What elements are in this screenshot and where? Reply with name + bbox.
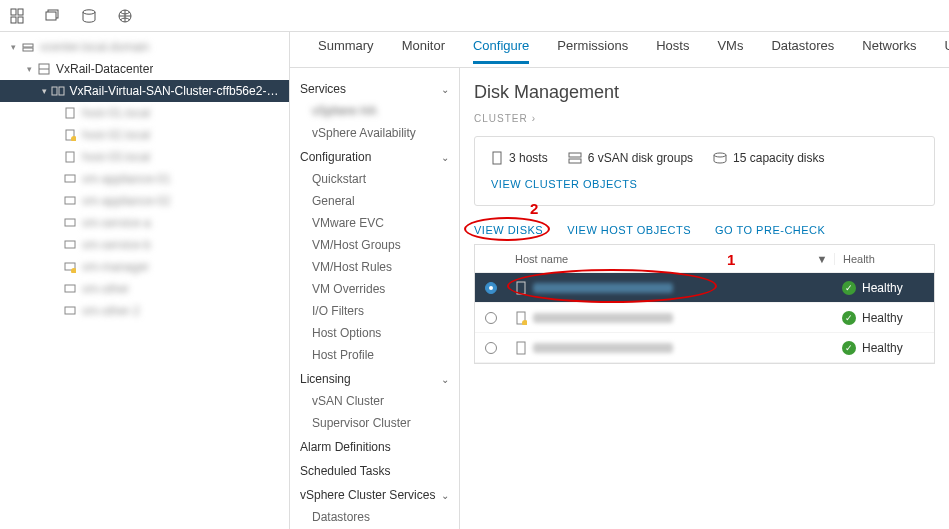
tab-permissions[interactable]: Permissions xyxy=(557,38,628,61)
tab-hosts[interactable]: Hosts xyxy=(656,38,689,61)
tree-vm[interactable]: vm-service-b xyxy=(0,234,289,256)
cluster-icon xyxy=(51,83,66,99)
cfg-item-supervisor-cluster[interactable]: Supervisor Cluster xyxy=(290,412,459,434)
breadcrumb[interactable]: CLUSTER› xyxy=(474,113,935,124)
vm-icon xyxy=(62,193,78,209)
health-ok-icon: ✓ xyxy=(842,281,856,295)
cfg-item-vmware-evc[interactable]: VMware EVC xyxy=(290,212,459,234)
svg-point-32 xyxy=(522,320,527,325)
vms-templates-icon[interactable] xyxy=(44,7,62,25)
networking-icon[interactable] xyxy=(116,7,134,25)
tab-datastores[interactable]: Datastores xyxy=(771,38,834,61)
tab-vms[interactable]: VMs xyxy=(717,38,743,61)
tree-vm[interactable]: vm-manager xyxy=(0,256,289,278)
tree-host[interactable]: host-03.local xyxy=(0,146,289,168)
tab-networks[interactable]: Networks xyxy=(862,38,916,61)
tree-vcenter[interactable]: ▾ vcenter.local.domain xyxy=(0,36,289,58)
tab-summary[interactable]: Summary xyxy=(318,38,374,61)
svg-rect-24 xyxy=(65,285,75,292)
tree-host[interactable]: host-02.local xyxy=(0,124,289,146)
view-disks-link[interactable]: VIEW DISKS xyxy=(474,224,543,236)
cfg-item-vm-overrides[interactable]: VM Overrides xyxy=(290,278,459,300)
disk-icon xyxy=(713,152,727,164)
health-ok-icon: ✓ xyxy=(842,311,856,325)
hosts-table: Host name ▼ Health ✓Healthy 1 ✓Healthy ✓… xyxy=(474,244,935,364)
svg-rect-0 xyxy=(11,9,16,15)
svg-rect-8 xyxy=(23,44,33,47)
tree-vm[interactable]: vm-service-a xyxy=(0,212,289,234)
cfg-item-alarm-definitions[interactable]: Alarm Definitions xyxy=(290,434,459,458)
cfg-item-vmhost-rules[interactable]: VM/Host Rules xyxy=(290,256,459,278)
row-radio[interactable] xyxy=(485,342,497,354)
vm-icon xyxy=(62,303,78,319)
table-row[interactable]: ✓Healthy xyxy=(475,333,934,363)
svg-rect-27 xyxy=(569,153,581,157)
cfg-item[interactable]: vSphere HA xyxy=(290,100,459,122)
svg-rect-18 xyxy=(65,175,75,182)
object-tabs: Summary Monitor Configure Permissions Ho… xyxy=(290,32,949,68)
view-cluster-objects-link[interactable]: VIEW CLUSTER OBJECTS xyxy=(491,178,637,190)
cfg-group-configuration[interactable]: Configuration⌄ xyxy=(290,144,459,168)
host-warn-icon xyxy=(515,311,527,325)
view-host-objects-link[interactable]: VIEW HOST OBJECTS xyxy=(567,224,691,236)
action-links: VIEW DISKS VIEW HOST OBJECTS GO TO PRE-C… xyxy=(474,224,935,236)
svg-rect-28 xyxy=(569,159,581,163)
table-header: Host name ▼ Health xyxy=(475,245,934,273)
top-icon-bar xyxy=(0,0,949,32)
go-to-precheck-link[interactable]: GO TO PRE-CHECK xyxy=(715,224,825,236)
tree-host[interactable]: host-01.local xyxy=(0,102,289,124)
configure-nav: Services⌄ vSphere HA vSphere Availabilit… xyxy=(290,68,460,529)
chevron-right-icon: › xyxy=(532,113,536,124)
col-hostname[interactable]: Host name xyxy=(515,253,568,265)
inventory-panel: ▾ vcenter.local.domain ▾ VxRail-Datacent… xyxy=(0,32,290,529)
cfg-item-general[interactable]: General xyxy=(290,190,459,212)
svg-rect-9 xyxy=(23,48,33,51)
tree-datacenter[interactable]: ▾ VxRail-Datacenter xyxy=(0,58,289,80)
cfg-item-host-options[interactable]: Host Options xyxy=(290,322,459,344)
col-health[interactable]: Health xyxy=(843,253,875,265)
svg-rect-26 xyxy=(493,152,501,164)
host-icon xyxy=(62,105,78,121)
table-row[interactable]: ✓Healthy 1 xyxy=(475,273,934,303)
cfg-item-vcs-datastores[interactable]: Datastores xyxy=(290,506,459,528)
hosts-clusters-icon[interactable] xyxy=(8,7,26,25)
tree-vm[interactable]: vm-other xyxy=(0,278,289,300)
chevron-down-icon: ⌄ xyxy=(441,152,449,163)
tab-monitor[interactable]: Monitor xyxy=(402,38,445,61)
page-title: Disk Management xyxy=(474,82,935,103)
host-icon xyxy=(62,149,78,165)
chevron-down-icon: ⌄ xyxy=(441,490,449,501)
cfg-group-licensing[interactable]: Licensing⌄ xyxy=(290,366,459,390)
cfg-item-host-profile[interactable]: Host Profile xyxy=(290,344,459,366)
tab-configure[interactable]: Configure xyxy=(473,38,529,64)
cfg-item-vmhost-groups[interactable]: VM/Host Groups xyxy=(290,234,459,256)
vm-icon xyxy=(62,281,78,297)
tree-vm[interactable]: vm-other-2 xyxy=(0,300,289,322)
tree-vm[interactable]: vm-appliance-02 xyxy=(0,190,289,212)
cfg-item-quickstart[interactable]: Quickstart xyxy=(290,168,459,190)
host-icon xyxy=(515,341,527,355)
svg-rect-30 xyxy=(517,282,525,294)
cfg-item-io-filters[interactable]: I/O Filters xyxy=(290,300,459,322)
cfg-group-services[interactable]: Services⌄ xyxy=(290,76,459,100)
table-row[interactable]: ✓Healthy xyxy=(475,303,934,333)
svg-rect-5 xyxy=(46,12,56,20)
row-radio[interactable] xyxy=(485,312,497,324)
svg-rect-17 xyxy=(66,152,74,162)
tree-cluster[interactable]: ▾ VxRail-Virtual-SAN-Cluster-cffb56e2-bd… xyxy=(0,80,289,102)
tab-updates[interactable]: Updates xyxy=(944,38,949,61)
vm-icon xyxy=(62,215,78,231)
cfg-item-vsan-cluster[interactable]: vSAN Cluster xyxy=(290,390,459,412)
row-radio[interactable] xyxy=(485,282,497,294)
cfg-item-scheduled-tasks[interactable]: Scheduled Tasks xyxy=(290,458,459,482)
tree-vm[interactable]: vm-appliance-01 xyxy=(0,168,289,190)
svg-rect-1 xyxy=(18,9,23,15)
cfg-group-vsphere-cluster-services[interactable]: vSphere Cluster Services⌄ xyxy=(290,482,459,506)
diskgroup-icon xyxy=(568,152,582,164)
storage-icon[interactable] xyxy=(80,7,98,25)
svg-point-16 xyxy=(71,136,76,141)
chevron-down-icon: ⌄ xyxy=(441,84,449,95)
vcenter-icon xyxy=(20,39,36,55)
cfg-item-vsphere-availability[interactable]: vSphere Availability xyxy=(290,122,459,144)
filter-icon[interactable]: ▼ xyxy=(810,253,834,265)
